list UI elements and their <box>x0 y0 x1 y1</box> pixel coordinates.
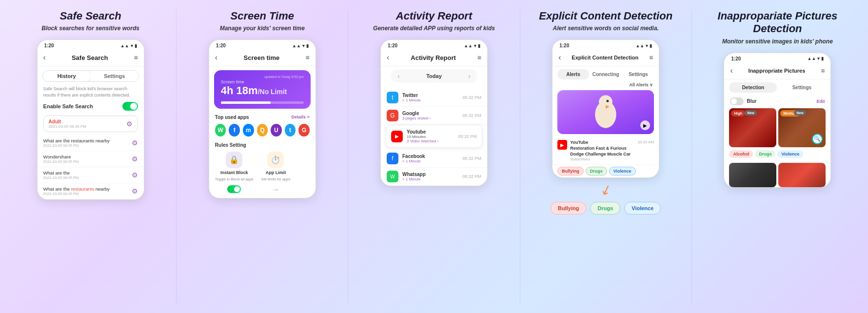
youtube-icon-ar: ▶ <box>391 131 403 142</box>
back-arrow-2[interactable]: ‹ <box>215 53 217 62</box>
ip-tab-settings[interactable]: Settings <box>778 82 826 93</box>
menu-icon-4[interactable]: ≡ <box>649 54 653 61</box>
phone-title-1: Safe Search <box>72 54 108 61</box>
battery-icon-3: ▮ <box>478 43 480 48</box>
ar-app-sub-whatsapp: < 1 Minute <box>402 177 426 181</box>
tag-violence: Violence <box>609 167 636 176</box>
wifi-icon-3: ▾ <box>474 43 476 48</box>
ec-tab-settings[interactable]: Settings <box>623 69 654 79</box>
activity-report-subtitle: Generate detailed APP using reports of k… <box>373 24 495 33</box>
gear-icon-4[interactable]: ⚙ <box>132 171 138 179</box>
phone-title-2: Screen time <box>244 54 280 61</box>
tag-bullying: Bullying <box>557 167 584 176</box>
ec-arrow: ↙ <box>598 180 614 199</box>
rule-toggle-1[interactable] <box>227 185 241 193</box>
ec-image-card: ▶ <box>557 90 654 134</box>
rule-arrow-2[interactable]: → <box>272 185 279 194</box>
ss-toggle[interactable] <box>122 102 138 111</box>
section-activity-report: Activity Report Generate detailed APP us… <box>348 10 519 303</box>
app-icon-u: U <box>271 124 282 137</box>
ar-nav-next[interactable]: › <box>468 72 471 80</box>
ss-list-item-3: What are the 2021-03-05 08:35 PM ⚙ <box>38 167 144 183</box>
ip-img-bottom-1 <box>729 163 776 187</box>
ar-app-name-youtube: Youtube <box>407 129 438 135</box>
ar-app-name-google: Google <box>402 111 431 116</box>
ar-app-info-facebook: Facebook < 1 Minute <box>402 154 425 163</box>
ip-grid-bottom <box>724 163 830 187</box>
ss-item-text-4: What are the restaurants nearby <box>43 186 110 192</box>
phone-title-5: Inappropriate Pictures <box>749 68 806 74</box>
edit-link[interactable]: Edit <box>816 99 825 104</box>
signal-icon-4: ▲▲ <box>635 43 644 48</box>
gear-icon-5[interactable]: ⚙ <box>132 187 138 195</box>
wifi-icon: ▾ <box>131 43 133 48</box>
ar-app-sub-youtube2: 3 Video Watched › <box>407 139 438 143</box>
rules-section: Rules Setting 🔒 Instant Block Toggle to … <box>209 140 316 198</box>
activity-report-title: Activity Report <box>396 10 472 22</box>
ar-time-twitter: 05:32 PM <box>462 95 481 100</box>
activity-report-phone: 1:20 ▲▲ ▾ ▮ ‹ Activity Report ≡ ‹ Today … <box>380 39 488 186</box>
ar-app-sub-google: 3 pages visited › <box>402 116 431 120</box>
tag-drugs: Drugs <box>586 167 607 176</box>
ar-app-sub-youtube1: 15 Minutes <box>407 135 438 139</box>
status-bar-2: 1:20 ▲▲ ▾ ▮ <box>209 40 316 50</box>
ec-tabs: Alerts Connecting Settings <box>552 66 659 82</box>
ip-grid: High New Medium New 🔍 <box>724 108 830 147</box>
phone-header-4: ‹ Explicit Content Detection ≡ <box>552 50 659 66</box>
ec-tab-alerts[interactable]: Alerts <box>557 69 589 79</box>
inappropriate-pictures-title: Inappropariate Pictures Detection <box>696 10 859 36</box>
ar-item-left-google: G Google 3 pages visited › <box>387 110 431 121</box>
ar-app-info-youtube: Youtube 15 Minutes 3 Video Watched › <box>407 129 438 143</box>
menu-icon-1[interactable]: ≡ <box>134 54 138 61</box>
ss-item-text-1: What are the restaurants nearby <box>43 138 110 143</box>
gear-icon-2[interactable]: ⚙ <box>132 139 138 147</box>
phone-header-1: ‹ Safe Search ≡ <box>38 50 144 66</box>
gear-icon-1[interactable]: ⚙ <box>126 120 133 128</box>
twitter-icon: t <box>387 92 398 103</box>
ss-tab-history[interactable]: History <box>43 71 91 81</box>
ip-tab-detection[interactable]: Detection <box>729 82 777 93</box>
menu-icon-2[interactable]: ≡ <box>306 54 310 61</box>
back-arrow-3[interactable]: ‹ <box>387 53 389 62</box>
ec-filter[interactable]: All Alerts ∨ <box>552 82 659 90</box>
ec-tab-connecting[interactable]: Connecting <box>590 69 622 79</box>
ip-tag-alcohol: Alcohol <box>729 150 753 158</box>
back-arrow-1[interactable]: ‹ <box>43 53 46 62</box>
svg-point-4 <box>607 100 609 102</box>
alert-overlay-icon: 🔍 <box>812 134 823 144</box>
ar-time-youtube: 05:32 PM <box>458 134 477 139</box>
ar-nav-wrapper: ‹ Today › <box>381 66 487 89</box>
img-badge-new-2: New <box>794 110 806 116</box>
ar-nav: ‹ Today › <box>391 69 477 83</box>
gear-icon-3[interactable]: ⚙ <box>132 155 138 163</box>
ar-nav-prev[interactable]: ‹ <box>397 72 400 80</box>
section-inappropriate-pictures: Inappropariate Pictures Detection Monito… <box>691 10 863 303</box>
battery-icon-4: ▮ <box>650 43 652 48</box>
ec-video-sub: Subscribed <box>570 157 634 161</box>
menu-icon-5[interactable]: ≡ <box>821 67 825 75</box>
wifi-icon-5: ▾ <box>817 56 820 61</box>
phone-header-2: ‹ Screen time ≡ <box>209 50 316 66</box>
app-icon-messenger: m <box>243 124 254 137</box>
blur-label: Blur <box>747 98 756 104</box>
back-arrow-4[interactable]: ‹ <box>558 53 561 62</box>
ss-item-left-1: What are the restaurants nearby 2021-03-… <box>43 138 110 148</box>
st-details[interactable]: Details > <box>292 115 310 119</box>
ss-tab-settings[interactable]: Settings <box>91 71 138 81</box>
safe-search-title: Safe Search <box>60 10 121 22</box>
rule-label-2: App Limit <box>266 170 286 175</box>
status-time-4: 1:20 <box>559 43 569 48</box>
section-explicit-content: Explicit Content Detection Alert sensiti… <box>520 10 691 303</box>
ec-tags-row: Bullying Drugs Violence <box>552 165 659 177</box>
ip-tabs: Detection Settings <box>724 79 830 96</box>
back-arrow-5[interactable]: ‹ <box>730 66 732 75</box>
status-bar-4: 1:20 ▲▲ ▾ ▮ <box>552 40 659 50</box>
img-badge-high: High <box>731 110 745 117</box>
ip-tag-drugs: Drugs <box>755 150 775 158</box>
blur-toggle[interactable] <box>730 98 744 105</box>
ss-item-left-3: What are the 2021-03-05 08:35 PM <box>43 170 79 180</box>
battery-icon-5: ▮ <box>821 56 824 61</box>
ec-video-row: ▶ YouTube Restoration Fast & Furious Dod… <box>552 137 659 165</box>
menu-icon-3[interactable]: ≡ <box>477 54 481 61</box>
ss-list-item-2: Wondershare 2021-03-05 08:35 PM ⚙ <box>38 151 144 167</box>
